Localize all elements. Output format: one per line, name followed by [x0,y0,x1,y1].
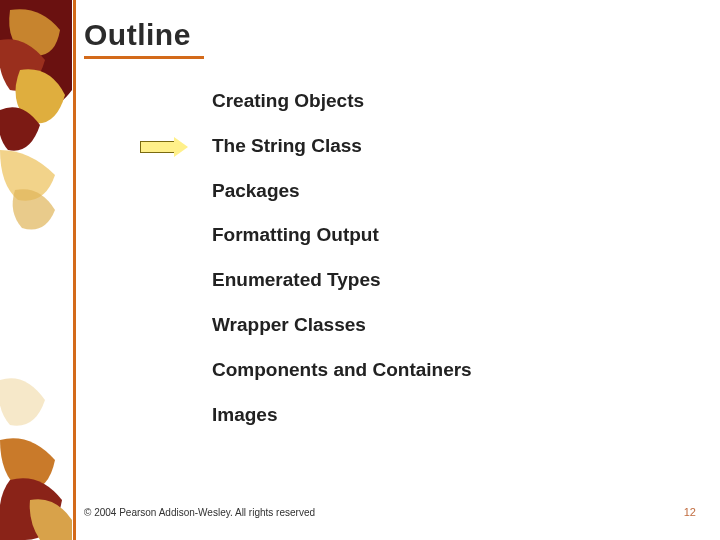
leaf-decoration [0,0,72,540]
slide: Outline Creating Objects The String Clas… [0,0,720,540]
leaf-svg [0,0,72,540]
outline-item: Formatting Output [212,224,472,247]
outline-item: Enumerated Types [212,269,472,292]
outline-item: Packages [212,180,472,203]
copyright-text: © 2004 Pearson Addison-Wesley. All right… [84,507,315,518]
outline-list: Creating Objects The String Class Packag… [212,90,472,448]
outline-item: The String Class [212,135,472,158]
vertical-rule [73,0,76,540]
title-underline [84,56,204,59]
arrow-shaft [140,141,174,153]
page-number: 12 [684,506,696,518]
outline-item: Images [212,404,472,427]
outline-item: Creating Objects [212,90,472,113]
arrow-right-icon [174,137,188,157]
outline-item: Components and Containers [212,359,472,382]
page-title: Outline [84,18,191,52]
current-topic-pointer [140,137,188,157]
outline-item: Wrapper Classes [212,314,472,337]
